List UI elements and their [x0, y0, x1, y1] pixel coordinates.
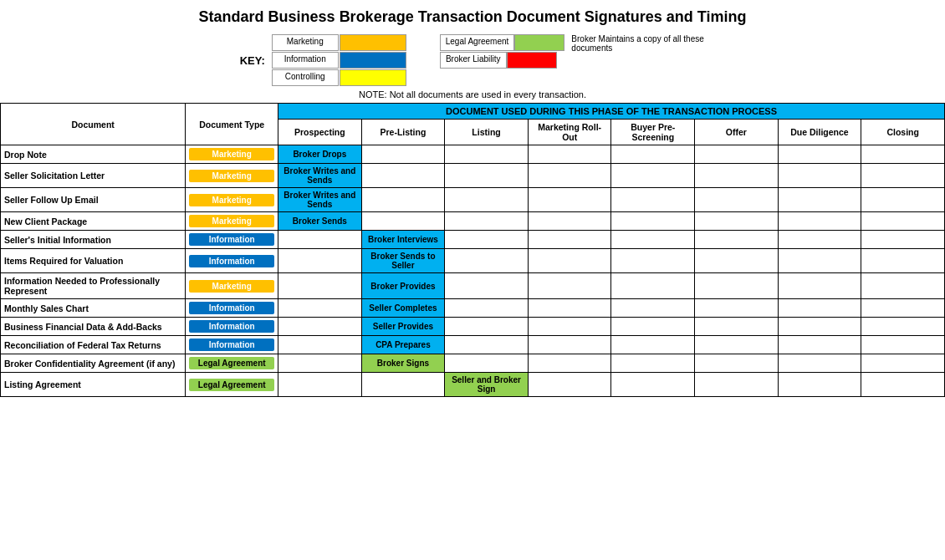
table-body: Drop NoteMarketingBroker DropsSeller Sol…	[1, 145, 945, 397]
note: NOTE: Not all documents are used in ever…	[0, 89, 945, 103]
table-row: Drop NoteMarketingBroker Drops	[1, 145, 945, 164]
key-swatch-label: Marketing	[272, 34, 339, 51]
phase-cell	[861, 273, 945, 299]
phase-cell	[695, 164, 779, 188]
document-cell: Drop Note	[1, 145, 186, 164]
phase-cell	[361, 145, 445, 164]
key-swatch-color	[340, 52, 406, 69]
key-right-swatch	[507, 52, 557, 69]
phase-cell	[611, 164, 695, 188]
phase-cell	[278, 336, 362, 354]
phase-cell	[611, 212, 695, 231]
phase-cell	[445, 212, 529, 231]
phase-cell	[695, 212, 779, 231]
phase-header-cell: Prospecting	[278, 120, 362, 145]
col-doctype-header: Document Type	[186, 104, 278, 145]
doctype-cell: Legal Agreement	[186, 354, 278, 373]
doctype-cell: Marketing	[186, 145, 278, 164]
phase-cell	[445, 164, 529, 188]
phase-cell	[695, 373, 779, 397]
phase-cell	[361, 164, 445, 188]
phase-cell	[445, 318, 529, 336]
phase-cell	[528, 249, 611, 273]
phase-cell	[861, 336, 945, 354]
phase-cell	[445, 231, 529, 249]
document-cell: Reconciliation of Federal Tax Returns	[1, 336, 186, 354]
phase-cell	[611, 145, 695, 164]
doctype-badge: Information	[189, 255, 274, 267]
phase-cell	[778, 318, 861, 336]
phase-cell	[861, 299, 945, 318]
phase-cell	[861, 212, 945, 231]
phase-cell	[695, 188, 779, 212]
key-label: KEY:	[240, 54, 265, 67]
phase-cell	[611, 249, 695, 273]
table-row: Seller Follow Up EmailMarketingBroker Wr…	[1, 188, 945, 212]
table-row: Business Financial Data & Add-BacksInfor…	[1, 318, 945, 336]
phase-cell	[861, 164, 945, 188]
phase-cell: Broker Sends	[278, 212, 362, 231]
key-right-label: Legal Agreement	[440, 34, 515, 51]
table-row: Items Required for ValuationInformationB…	[1, 249, 945, 273]
key-right-section: Legal AgreementBroker Liability Broker M…	[440, 34, 706, 69]
document-cell: Business Financial Data & Add-Backs	[1, 318, 186, 336]
phase-cell	[611, 273, 695, 299]
phase-header-cell: Closing	[861, 120, 945, 145]
phase-cell	[611, 299, 695, 318]
phase-cell	[778, 145, 861, 164]
doctype-badge: Information	[189, 233, 274, 246]
phase-header-cell: Listing	[445, 120, 529, 145]
phase-cell: Broker Sends to Seller	[361, 249, 445, 273]
phase-cell	[778, 336, 861, 354]
doctype-cell: Legal Agreement	[186, 373, 278, 397]
phase-cell	[528, 273, 611, 299]
phase-cell	[611, 231, 695, 249]
phase-cell	[861, 231, 945, 249]
phase-cell	[445, 299, 529, 318]
phase-cell: Broker Signs	[361, 354, 445, 373]
phase-cell	[445, 336, 529, 354]
phase-header-cell: Marketing Roll-Out	[528, 120, 611, 145]
phase-cell	[528, 188, 611, 212]
phase-cell	[445, 354, 529, 373]
phase-cell	[861, 188, 945, 212]
phase-cell	[695, 231, 779, 249]
phase-cell	[528, 354, 611, 373]
table-row: Information Needed to Professionally Rep…	[1, 273, 945, 299]
doctype-cell: Marketing	[186, 273, 278, 299]
table-row: Seller Solicitation LetterMarketingBroke…	[1, 164, 945, 188]
key-swatch-label: Information	[272, 52, 339, 69]
phase-cell	[611, 373, 695, 397]
table-row: Listing AgreementLegal AgreementSeller a…	[1, 373, 945, 397]
phase-cell	[278, 373, 362, 397]
phase-cell	[695, 249, 779, 273]
phase-cell	[278, 354, 362, 373]
phase-cell	[695, 145, 779, 164]
table-row: Reconciliation of Federal Tax ReturnsInf…	[1, 336, 945, 354]
doctype-badge: Marketing	[189, 170, 274, 182]
phase-cell	[778, 373, 861, 397]
doctype-badge: Marketing	[189, 148, 274, 160]
table-row: New Client PackageMarketingBroker Sends	[1, 212, 945, 231]
doctype-cell: Marketing	[186, 164, 278, 188]
phase-cell: Seller Provides	[361, 318, 445, 336]
phase-cell	[861, 145, 945, 164]
document-cell: Seller Follow Up Email	[1, 188, 186, 212]
document-cell: Broker Confidentiality Agreement (if any…	[1, 354, 186, 373]
phase-cell	[695, 299, 779, 318]
key-right-swatch	[514, 34, 564, 51]
doctype-badge: Marketing	[189, 215, 274, 227]
main-table: Document Document Type DOCUMENT USED DUR…	[0, 103, 945, 397]
phase-cell	[278, 299, 362, 318]
phase-cell	[278, 249, 362, 273]
phase-cell	[611, 336, 695, 354]
phase-cell: Broker Provides	[361, 273, 445, 299]
key-right-desc: Broker Maintains a copy of all these doc…	[571, 34, 705, 53]
phase-cell	[778, 231, 861, 249]
phase-cell	[778, 299, 861, 318]
phase-cell	[445, 273, 529, 299]
doctype-cell: Information	[186, 231, 278, 249]
table-row: Monthly Sales ChartInformationSeller Com…	[1, 299, 945, 318]
phase-header-cell: Pre-Listing	[361, 120, 445, 145]
phase-cell	[278, 273, 362, 299]
